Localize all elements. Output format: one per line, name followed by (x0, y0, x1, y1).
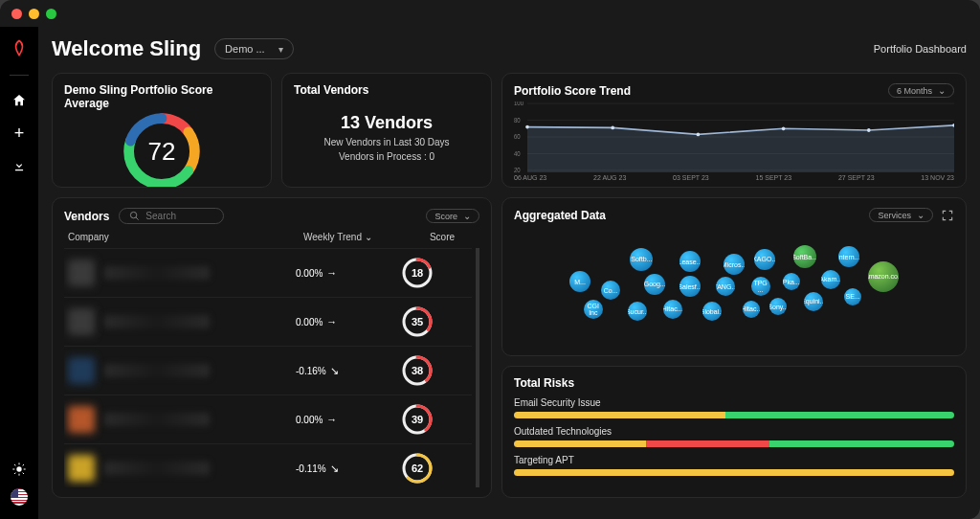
col-company: Company (68, 232, 303, 242)
bubble-node[interactable]: Co... (601, 281, 620, 300)
total-vendors-card: Total Vendors 13 Vendors New Vendors in … (281, 73, 492, 188)
portfolio-score-gauge: 72 (121, 110, 203, 188)
theme-toggle-icon[interactable] (11, 462, 27, 477)
svg-point-0 (16, 466, 21, 471)
bubble-node[interactable]: Amazon.co... (868, 261, 899, 292)
total-vendors-line2: Vendors in Process : 0 (339, 151, 434, 162)
bubble-node[interactable]: Intern... (838, 246, 859, 267)
vendor-name-redacted (104, 364, 210, 377)
vendor-name-redacted (104, 266, 210, 280)
breadcrumb: Portfolio Dashboard (874, 43, 967, 55)
trend-range-select[interactable]: 6 Months (888, 83, 954, 98)
bubble-node[interactable]: Salesf... (679, 276, 701, 297)
bubble-node[interactable]: TPG ... (751, 277, 770, 296)
vendors-sort-select[interactable]: Score (426, 209, 479, 223)
svg-point-29 (131, 212, 137, 217)
aggregated-data-title: Aggregated Data (514, 209, 606, 222)
svg-point-26 (782, 126, 786, 130)
bubble-node[interactable]: TANG... (716, 277, 735, 296)
vendor-row[interactable]: 0.00%→18 (64, 248, 472, 297)
vendor-row[interactable]: 0.00%→39 (64, 395, 472, 443)
nav-download-icon[interactable] (11, 158, 27, 173)
nav-add-icon[interactable]: + (11, 125, 27, 141)
vendor-weekly-trend: -0.16%↘ (296, 365, 401, 377)
bubble-node[interactable]: Goog... (644, 274, 665, 295)
bubble-node[interactable]: KAGO... (754, 249, 775, 270)
bubble-node[interactable]: Global... (702, 302, 722, 321)
page-header: Welcome Sling Demo ... Portfolio Dashboa… (52, 36, 967, 61)
col-weekly-trend[interactable]: Weekly Trend⌄ (303, 232, 409, 242)
bubble-node[interactable]: Lease... (679, 251, 701, 272)
svg-point-27 (867, 128, 871, 132)
nav-home-icon[interactable] (11, 93, 27, 108)
bubble-node[interactable]: Hitac... (663, 300, 682, 319)
sidebar-divider (10, 75, 29, 76)
vendor-weekly-trend: 0.00%→ (296, 267, 401, 279)
bubble-node[interactable]: Sucur... (628, 302, 647, 321)
bubble-node[interactable]: Sony... (769, 298, 787, 315)
vendor-logo (68, 357, 95, 384)
vendors-search-input[interactable] (145, 211, 212, 221)
chevron-down-icon: ⌄ (365, 232, 372, 242)
vendor-name-redacted (104, 462, 210, 475)
portfolio-score-title: Demo Sling Portfolio Score Average (64, 83, 259, 110)
vendor-weekly-trend: -0.11%↘ (296, 463, 401, 475)
risk-label: Outdated Technologies (514, 426, 954, 437)
score-trend-title: Portfolio Score Trend (514, 84, 631, 98)
svg-text:80: 80 (514, 117, 521, 124)
vendor-logo (68, 260, 95, 286)
vendor-row[interactable]: 0.00%→35 (64, 297, 472, 346)
expand-icon[interactable] (941, 209, 954, 222)
traffic-light-zoom[interactable] (46, 9, 56, 19)
bubble-node[interactable]: Equini... (804, 292, 823, 311)
portfolio-score-value: 72 (121, 110, 203, 188)
vendor-name-redacted (104, 315, 210, 328)
risk-label: Email Security Issue (514, 397, 954, 408)
traffic-light-close[interactable] (11, 9, 22, 19)
risk-bar (514, 412, 954, 418)
svg-line-7 (14, 473, 15, 474)
bubble-node[interactable]: M... (569, 271, 590, 292)
vendor-score-ring: 35 (401, 305, 434, 338)
risk-bar (514, 440, 954, 447)
bubble-node[interactable]: SoftBa... (793, 245, 816, 268)
bubble-node[interactable]: CGI Inc (584, 300, 603, 319)
risk-row: Targeting APT (514, 455, 954, 476)
bubble-node[interactable]: Softb... (630, 248, 653, 271)
total-vendors-title: Total Vendors (294, 83, 479, 97)
vendors-list[interactable]: 0.00%→180.00%→35-0.16%↘380.00%→39-0.11%↘… (64, 248, 479, 487)
vendor-row[interactable]: -0.16%↘38 (64, 346, 472, 395)
aggregated-data-card: Aggregated Data Services M...Co...CGI In… (501, 197, 967, 356)
total-risks-card: Total Risks Email Security IssueOutdated… (501, 366, 967, 498)
vendor-logo (68, 406, 95, 433)
traffic-light-minimize[interactable] (29, 9, 39, 19)
vendor-score-ring: 38 (401, 354, 434, 387)
svg-line-30 (136, 217, 139, 220)
bubble-node[interactable]: SE... (844, 288, 861, 305)
risk-bar (514, 469, 954, 476)
bubble-chart[interactable]: M...Co...CGI IncSoftb...Goog...Sucur...H… (514, 222, 954, 346)
search-icon (129, 211, 140, 221)
locale-flag-icon[interactable] (11, 488, 28, 506)
workspace-dropdown[interactable]: Demo ... (214, 38, 294, 59)
vendors-search[interactable] (119, 208, 224, 224)
col-score: Score (409, 232, 476, 242)
vendors-title: Vendors (64, 210, 109, 223)
svg-point-25 (697, 132, 701, 136)
vendor-score-ring: 39 (401, 403, 434, 436)
vendor-row[interactable]: -0.11%↘62 (64, 443, 472, 487)
aggregated-filter-select[interactable]: Services (869, 208, 933, 222)
vendor-weekly-trend: 0.00%→ (296, 316, 401, 327)
bubble-node[interactable]: Pka... (783, 273, 800, 290)
svg-text:60: 60 (514, 133, 521, 140)
bubble-node[interactable]: Akam... (821, 270, 840, 289)
trend-x-axis: 06 AUG 2322 AUG 2303 SEPT 2315 SEPT 2327… (514, 174, 954, 181)
vendor-score-ring: 18 (401, 257, 434, 289)
bubble-node[interactable]: Hitac... (743, 301, 760, 318)
risk-row: Outdated Technologies (514, 426, 954, 447)
bubble-node[interactable]: Micros... (724, 254, 745, 275)
welcome-title: Welcome Sling (52, 36, 201, 61)
score-trend-card: Portfolio Score Trend 6 Months 100806040… (501, 73, 967, 188)
svg-point-23 (525, 125, 529, 129)
vendor-score-ring: 62 (401, 452, 434, 485)
